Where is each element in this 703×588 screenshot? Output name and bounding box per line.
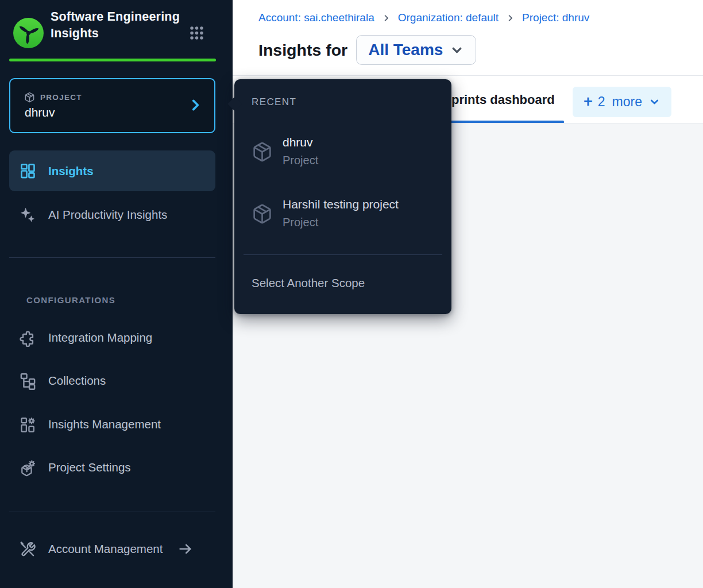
project-cube-icon bbox=[24, 92, 35, 103]
app-title: Software Engineering Insights bbox=[51, 9, 180, 42]
insights-dashboard-icon bbox=[19, 162, 37, 180]
scope-selector-popup: RECENT dhruv Project Harshil testing pro… bbox=[234, 79, 451, 314]
popup-divider bbox=[244, 254, 442, 255]
scope-item-name: dhruv bbox=[283, 134, 318, 150]
sidebar-item-integration-mapping[interactable]: Integration Mapping bbox=[9, 320, 215, 355]
sidebar-item-label: AI Productivity Insights bbox=[48, 208, 167, 222]
plus-icon: + bbox=[584, 94, 593, 110]
sidebar-item-label: Insights Management bbox=[48, 417, 161, 431]
scope-item-type: Project bbox=[283, 215, 399, 230]
scope-item-name: Harshil testing project bbox=[283, 196, 399, 212]
recent-scope-harshil-testing-project[interactable]: Harshil testing project Project bbox=[252, 196, 434, 230]
chevron-down-icon bbox=[648, 96, 660, 108]
chevron-down-icon bbox=[450, 43, 464, 57]
breadcrumb-project-link[interactable]: Project: dhruv bbox=[522, 11, 589, 24]
sidebar-item-label: Integration Mapping bbox=[48, 331, 152, 345]
project-settings-icon bbox=[19, 459, 37, 477]
sidebar-item-account-management[interactable]: Account Management bbox=[9, 532, 215, 566]
project-card-name: dhruv bbox=[25, 106, 55, 119]
more-tabs-dropdown[interactable]: + 2 more bbox=[573, 87, 671, 117]
sidebar-item-insights[interactable]: Insights bbox=[9, 150, 215, 191]
header-divider bbox=[233, 75, 703, 76]
sidebar-item-label: Project Settings bbox=[48, 461, 131, 474]
recent-section-label: RECENT bbox=[252, 96, 296, 108]
project-card-label: PROJECT bbox=[40, 93, 82, 102]
chevron-right-icon bbox=[382, 14, 391, 22]
sidebar-item-collections[interactable]: Collections bbox=[9, 363, 215, 398]
project-cube-icon bbox=[252, 203, 273, 225]
chevron-right-icon bbox=[188, 98, 203, 113]
collections-tree-icon bbox=[19, 372, 37, 390]
project-scope-card[interactable]: PROJECT dhruv bbox=[9, 78, 215, 133]
sidebar-item-label: Collections bbox=[48, 374, 106, 388]
team-selector-value: All Teams bbox=[368, 41, 443, 59]
more-tabs-count: 2 bbox=[598, 95, 605, 109]
sidebar-item-ai-productivity[interactable]: AI Productivity Insights bbox=[9, 196, 215, 233]
breadcrumb-organization-link[interactable]: Organization: default bbox=[398, 11, 499, 24]
breadcrumb: Account: sai.cheethirala Organization: d… bbox=[258, 11, 589, 24]
more-tabs-label: more bbox=[612, 95, 642, 109]
arrow-right-icon bbox=[177, 541, 194, 557]
breadcrumb-account-link[interactable]: Account: sai.cheethirala bbox=[258, 11, 374, 24]
sparkles-icon bbox=[19, 206, 37, 224]
select-another-scope-action[interactable]: Select Another Scope bbox=[252, 276, 365, 290]
sidebar-divider bbox=[9, 257, 215, 258]
tools-icon bbox=[19, 540, 37, 558]
chevron-right-icon bbox=[506, 14, 515, 22]
sidebar: Software Engineering Insights PROJECT dh… bbox=[0, 0, 233, 588]
team-selector-button[interactable]: All Teams bbox=[356, 35, 476, 65]
sidebar-item-project-settings[interactable]: Project Settings bbox=[9, 450, 215, 485]
tab-active-dashboard[interactable]: prints dashboard bbox=[451, 92, 555, 107]
page-title: Insights for bbox=[258, 41, 347, 60]
insights-gear-icon bbox=[19, 416, 37, 434]
configurations-section-label: CONFIGURATIONS bbox=[26, 295, 115, 305]
puzzle-icon bbox=[19, 329, 37, 347]
app-logo-icon[interactable] bbox=[12, 17, 45, 49]
app-switcher-grid-icon[interactable] bbox=[188, 25, 205, 41]
project-cube-icon bbox=[252, 141, 273, 163]
sidebar-item-insights-management[interactable]: Insights Management bbox=[9, 407, 215, 442]
recent-scope-dhruv[interactable]: dhruv Project bbox=[252, 134, 434, 168]
sidebar-divider bbox=[9, 512, 215, 512]
brand-accent-bar bbox=[9, 59, 216, 61]
scope-item-type: Project bbox=[283, 153, 318, 168]
sidebar-item-label: Account Management bbox=[48, 542, 163, 556]
sidebar-item-label: Insights bbox=[48, 164, 94, 178]
